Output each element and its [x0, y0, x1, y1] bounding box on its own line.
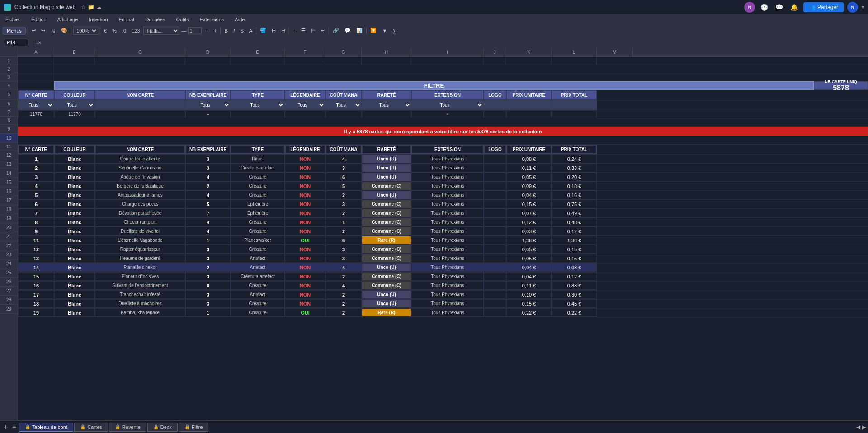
cell-prix-unit[interactable]: 0,09 € [506, 182, 552, 190]
tab-cartes[interactable]: 🔒 Cartes [74, 423, 108, 432]
user-avatar-purple[interactable]: N [744, 2, 755, 13]
col-header-c[interactable]: C [95, 48, 185, 56]
cell-nom[interactable]: Choeur rampant [95, 218, 185, 226]
tab-revente[interactable]: 🔒 Revente [109, 423, 146, 432]
cell-num[interactable]: 16 [18, 281, 54, 290]
formula-input[interactable] [45, 40, 864, 45]
filter-extension-select[interactable]: Tous [412, 102, 483, 108]
cell-logo[interactable] [484, 308, 506, 317]
font-size-input[interactable] [188, 27, 202, 34]
cell-nb[interactable]: 1 [185, 236, 231, 245]
cell-rarete[interactable]: Unco (U) [362, 299, 411, 308]
cell-prix-total[interactable]: 0,33 € [552, 164, 597, 172]
cell-prix-unit[interactable]: 0,08 € [506, 155, 552, 163]
col-header-h[interactable]: H [362, 48, 411, 56]
cell-legendaire[interactable]: NON [285, 218, 326, 226]
cell-type[interactable]: Rituel [231, 155, 285, 163]
cell-type[interactable]: Créature [231, 191, 285, 199]
cell-legendaire[interactable]: NON [285, 299, 326, 308]
star-icon[interactable]: ☆ [81, 4, 86, 10]
cell-type[interactable]: Créature [231, 299, 285, 308]
cell-legendaire[interactable]: NON [285, 281, 326, 290]
filter-couleur-select[interactable]: Tous [55, 102, 94, 108]
col-header-b[interactable]: B [54, 48, 95, 56]
cell-prix-unit[interactable]: 0,07 € [506, 209, 552, 217]
col-header-i[interactable]: I [411, 48, 484, 56]
cell-num[interactable]: 17 [18, 290, 54, 299]
cell-extension[interactable]: Tous Phyrexians [411, 254, 484, 263]
cell-num[interactable]: 2 [18, 164, 54, 172]
cell-prix-unit[interactable]: 1,36 € [506, 236, 552, 245]
cell-rarete[interactable]: Commune (C) [362, 254, 411, 263]
cell-prix-total[interactable]: 0,18 € [552, 182, 597, 190]
cell-prix-total[interactable]: 0,08 € [552, 263, 597, 272]
cell-prix-total[interactable]: 0,12 € [552, 227, 597, 235]
cell-legendaire[interactable]: NON [285, 272, 326, 281]
cell-couleur[interactable]: Blanc [54, 209, 95, 217]
insert-comment-button[interactable]: 💬 [343, 27, 353, 34]
cell-couleur[interactable]: Blanc [54, 173, 95, 181]
insert-link-button[interactable]: 🔗 [331, 27, 341, 34]
table-row[interactable]: 7 Blanc Dévotion parachevée 7 Éphémère N… [18, 209, 868, 218]
cell-nom[interactable]: Ambassadeur à lames [95, 191, 185, 199]
italic-button[interactable]: I [231, 27, 236, 34]
cell-rarete[interactable]: Unco (U) [362, 290, 411, 299]
table-row[interactable]: 6 Blanc Charge des puces 5 Éphémère NON … [18, 200, 868, 209]
percent-button[interactable]: % [110, 27, 118, 34]
cell-rarete[interactable]: Unco (U) [362, 155, 411, 163]
menu-affichage[interactable]: Affichage [56, 16, 80, 23]
menu-outils[interactable]: Outils [174, 16, 190, 23]
cell-nom[interactable]: Suivant de l'endoctrinement [95, 281, 185, 290]
col-header-m[interactable]: M [597, 48, 633, 56]
cell-cout[interactable]: 2 [326, 272, 362, 281]
cell-type[interactable]: Éphémère [231, 209, 285, 217]
strikethrough-button[interactable]: S [238, 27, 245, 34]
cell-couleur[interactable]: Blanc [54, 236, 95, 245]
cell-legendaire[interactable]: NON [285, 227, 326, 235]
menu-edition[interactable]: Édition [29, 16, 48, 23]
cell-legendaire[interactable]: NON [285, 263, 326, 272]
cell-nb[interactable]: 4 [185, 218, 231, 226]
tab-deck[interactable]: 🔒 Deck [147, 423, 178, 432]
cell-logo[interactable] [484, 227, 506, 235]
table-row[interactable]: 4 Blanc Bergère de la Basilique 2 Créatu… [18, 182, 868, 191]
cell-nom[interactable]: Planaille d'hexor [95, 263, 185, 272]
cell-rarete[interactable]: Commune (C) [362, 281, 411, 290]
cell-nb[interactable]: 2 [185, 182, 231, 190]
table-row[interactable]: 2 Blanc Sentinelle d'annexion 3 Créature… [18, 164, 868, 173]
cell-rarete[interactable]: Commune (C) [362, 227, 411, 235]
cell-prix-unit[interactable]: 0,03 € [506, 227, 552, 235]
cell-prix-unit[interactable]: 0,11 € [506, 281, 552, 290]
table-row[interactable]: 8 Blanc Choeur rampant 4 Créature NON 1 … [18, 218, 868, 227]
cell-nom[interactable]: Tranchechair infesté [95, 290, 185, 299]
cell-logo[interactable] [484, 200, 506, 208]
cell-prix-unit[interactable]: 0,10 € [506, 290, 552, 299]
cell-extension[interactable]: Tous Phyrexians [411, 164, 484, 172]
cell-prix-unit[interactable]: 0,11 € [506, 164, 552, 172]
cell-type[interactable]: Planeswalker [231, 236, 285, 245]
cell-nom[interactable]: Raptor équarrisseur [95, 245, 185, 254]
cell-nb[interactable]: 2 [185, 263, 231, 272]
cell-nom[interactable]: Contre toute attente [95, 155, 185, 163]
table-row[interactable]: 11 Blanc L'éternelle Vagabonde 1 Planesw… [18, 236, 868, 245]
filter-carte-select[interactable]: Tous [19, 102, 54, 108]
cell-couleur[interactable]: Blanc [54, 155, 95, 163]
cell-nom[interactable]: L'éternelle Vagabonde [95, 236, 185, 245]
filter-button[interactable]: 🔽 [368, 27, 378, 34]
table-row[interactable]: 12 Blanc Raptor équarrisseur 3 Créature … [18, 245, 868, 254]
cloud-icon[interactable]: ☁ [96, 4, 102, 10]
cell-cout[interactable]: 6 [326, 236, 362, 245]
cell-num[interactable]: 3 [18, 173, 54, 181]
cell-extension[interactable]: Tous Phyrexians [411, 191, 484, 199]
cell-couleur[interactable]: Blanc [54, 272, 95, 281]
table-row[interactable]: 9 Blanc Duelliste de vive foi 4 Créature… [18, 227, 868, 236]
cell-legendaire[interactable]: NON [285, 155, 326, 163]
cell-cout[interactable]: 2 [326, 308, 362, 317]
filter-nom-input[interactable] [100, 103, 180, 108]
cell-rarete[interactable]: Unco (U) [362, 173, 411, 181]
cell-num[interactable]: 14 [18, 263, 54, 272]
table-row[interactable]: 5 Blanc Ambassadeur à lames 4 Créature N… [18, 191, 868, 200]
cell-couleur[interactable]: Blanc [54, 200, 95, 208]
menu-extensions[interactable]: Extensions [198, 16, 226, 23]
cell-prix-unit[interactable]: 0,04 € [506, 191, 552, 199]
